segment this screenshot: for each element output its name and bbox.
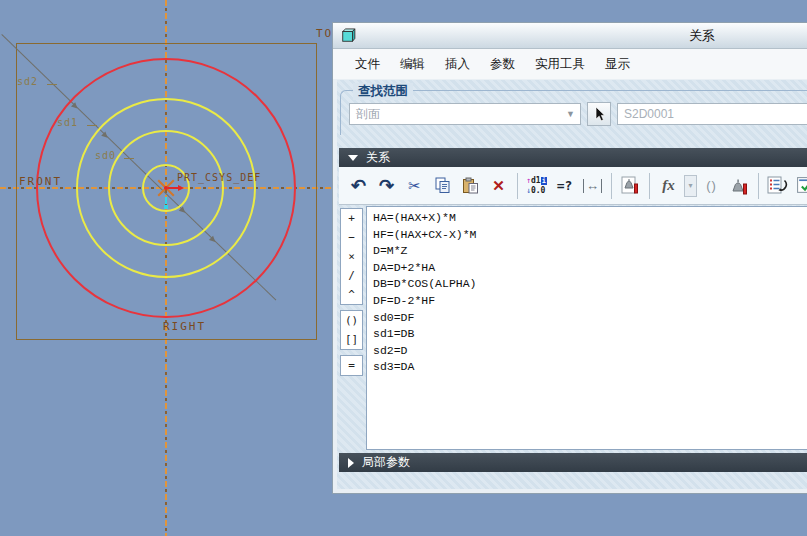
dim-leader (47, 84, 57, 85)
function-dropdown-button[interactable]: ▾ (684, 175, 697, 197)
dialog-title: 关系 (333, 27, 807, 45)
menu-edit[interactable]: 编辑 (390, 52, 435, 77)
expand-triangle-icon[interactable] (348, 458, 354, 468)
scope-dropdown[interactable]: 剖面 ▼ (349, 103, 581, 125)
cursor-arrow-icon (592, 106, 606, 122)
operator-brackets-button[interactable]: [] (341, 330, 362, 349)
collapse-triangle-icon[interactable] (348, 155, 358, 161)
chevron-down-icon[interactable]: ▼ (566, 109, 575, 119)
window-cube-icon (341, 28, 356, 43)
evaluate-button[interactable]: =? (551, 171, 578, 201)
undo-button[interactable]: ↶ (345, 171, 372, 201)
relations-list-icon (767, 176, 788, 195)
csys-x-axis-arrowhead-icon (178, 185, 184, 191)
dialog-content: 查找范围 剖面 ▼ S2D0001 (337, 80, 807, 489)
relation-line: HF=(HAX+CX-X)*M (373, 227, 807, 244)
dimension-range-button[interactable]: ↔ (579, 171, 606, 201)
toolbar-separator (611, 173, 612, 199)
unit-weight-icon (730, 177, 750, 195)
datum-top-tag[interactable]: TO (316, 27, 333, 40)
scope-value: 剖面 (356, 106, 380, 123)
sort-relations-button[interactable] (764, 171, 791, 201)
units-button[interactable] (726, 171, 753, 201)
parentheses-icon: () (706, 178, 717, 193)
dim-label-sd0[interactable]: sd0 (95, 150, 116, 161)
toolbar-separator (649, 173, 650, 199)
fx-icon: fx (662, 177, 675, 194)
paste-button[interactable] (457, 171, 484, 201)
switch-dimensions-icon: ↑d1i ↓0.0 (526, 176, 547, 195)
menu-bar: 文件 编辑 插入 参数 实用工具 显示 (333, 49, 807, 79)
relations-toolbar: ↶ ↷ ✂ (339, 167, 807, 205)
operator-minus-button[interactable]: − (341, 228, 362, 247)
local-params-label: 局部参数 (362, 454, 410, 471)
relation-line: sd3=DA (373, 359, 807, 376)
menu-file[interactable]: 文件 (345, 52, 390, 77)
sketch-reference-handle[interactable] (164, 205, 168, 209)
sketch-reference-tick (165, 197, 167, 204)
operator-plus-button[interactable]: + (341, 209, 362, 228)
dim-label-sd1[interactable]: sd1 (57, 117, 78, 128)
csys-label[interactable]: PRT_CSYS_DEF (177, 172, 261, 183)
target-name-field[interactable]: S2D0001 (617, 103, 807, 125)
dialog-bottom-filler (337, 472, 807, 489)
units-page-icon (620, 176, 641, 195)
scissors-icon: ✂ (408, 177, 421, 195)
relation-line: sd2=D (373, 343, 807, 360)
datum-front-tag[interactable]: FRONT (19, 175, 62, 188)
toolbar-separator (758, 173, 759, 199)
undo-icon: ↶ (351, 175, 366, 197)
csys-x-axis-arrow (168, 187, 178, 189)
clipboard-icon (462, 177, 479, 194)
copy-button[interactable] (429, 171, 456, 201)
check-page-icon (796, 176, 807, 195)
toolbar-separator (517, 173, 518, 199)
operator-multiply-button[interactable]: × (341, 247, 362, 266)
evaluate-icon: =? (557, 178, 573, 193)
local-params-section-header[interactable]: 局部参数 (339, 453, 807, 472)
insert-function-button[interactable]: fx (655, 171, 682, 201)
delete-button[interactable]: ✕ (485, 171, 512, 201)
dim-label-sd2[interactable]: sd2 (17, 76, 38, 87)
relations-section-header[interactable]: 关系 (339, 148, 807, 167)
menu-params[interactable]: 参数 (480, 52, 525, 77)
target-name-value: S2D0001 (624, 107, 674, 121)
relation-line: sd0=DF (373, 310, 807, 327)
operator-divide-button[interactable]: / (341, 266, 362, 285)
cut-button[interactable]: ✂ (401, 171, 428, 201)
relation-line: sd1=DB (373, 326, 807, 343)
look-in-label: 查找范围 (353, 83, 413, 100)
look-in-group: 查找范围 剖面 ▼ S2D0001 (340, 90, 807, 135)
copy-pages-icon (434, 177, 451, 194)
dim-leader (87, 125, 97, 126)
relation-line: DF=D-2*HF (373, 293, 807, 310)
datum-right-tag[interactable]: RIGHT (163, 320, 206, 333)
relations-editor[interactable]: HA=(HAX+X)*M HF=(HAX+CX-X)*M D=M*Z DA=D+… (366, 206, 807, 450)
dialog-titlebar[interactable]: 关系 (333, 23, 807, 49)
insert-parentheses-button[interactable]: () (698, 171, 725, 201)
operator-equals-button[interactable]: = (341, 356, 362, 375)
select-item-button[interactable] (587, 102, 611, 126)
dim-leader (124, 158, 134, 159)
chevron-down-icon: ▾ (688, 181, 692, 190)
verify-relations-button[interactable] (792, 171, 807, 201)
redo-button[interactable]: ↷ (373, 171, 400, 201)
relation-line: DA=D+2*HA (373, 260, 807, 277)
relations-editor-area: + − × / ^ () [] = HA=(HAX+X)*M HF=(HAX+C… (339, 206, 807, 450)
menu-insert[interactable]: 插入 (435, 52, 480, 77)
operator-power-button[interactable]: ^ (341, 285, 362, 304)
relation-line: HA=(HAX+X)*M (373, 210, 807, 227)
relations-section-label: 关系 (366, 149, 390, 166)
operator-parens-button[interactable]: () (341, 311, 362, 330)
relation-line: DB=D*COS(ALPHA) (373, 276, 807, 293)
units-report-button[interactable] (617, 171, 644, 201)
switch-dimensions-button[interactable]: ↑d1i ↓0.0 (523, 171, 550, 201)
relation-line: D=M*Z (373, 243, 807, 260)
menu-show[interactable]: 显示 (595, 52, 640, 77)
operator-strip: + − × / ^ () [] = (339, 206, 363, 450)
delete-x-icon: ✕ (492, 177, 505, 195)
menu-utilities[interactable]: 实用工具 (525, 52, 595, 77)
relations-dialog: 关系 文件 编辑 插入 参数 实用工具 显示 查找范围 剖面 ▼ (332, 22, 807, 494)
measure-icon: ↔ (583, 179, 602, 193)
redo-icon: ↷ (379, 175, 394, 197)
